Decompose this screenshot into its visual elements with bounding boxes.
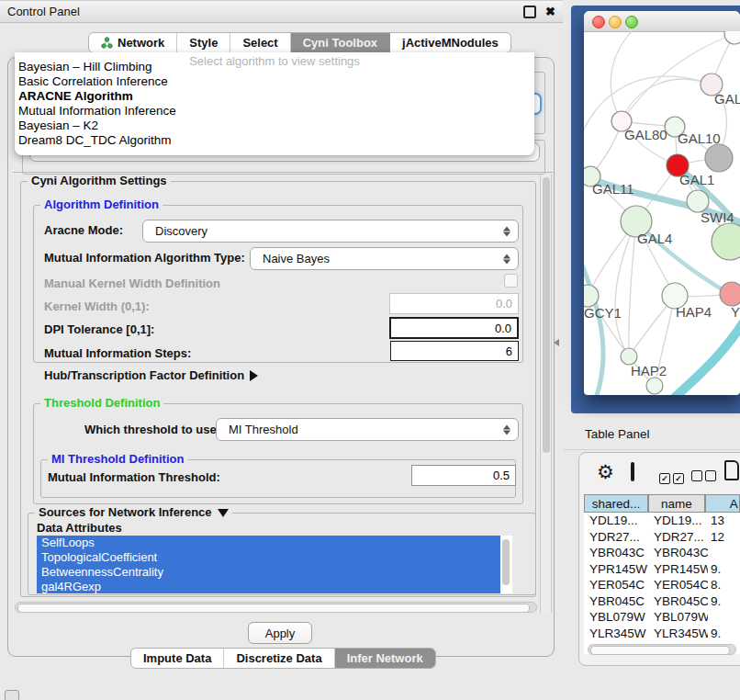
algorithm-option[interactable]: Mutual Information Inference (17, 104, 533, 119)
node-label: HAP4 (676, 304, 712, 320)
apply-button[interactable]: Apply (248, 622, 312, 644)
table-cell: YDR27... (650, 530, 708, 544)
column-header[interactable]: A (705, 494, 740, 513)
attribute-item[interactable]: SelfLoops (37, 536, 500, 550)
mi-steps-value: 6 (506, 344, 512, 358)
network-node[interactable] (705, 144, 733, 172)
sources-toggle[interactable]: Sources for Network Inference (35, 506, 232, 518)
float-window-icon[interactable] (523, 6, 536, 18)
mi-type-combobox[interactable]: Naive Bayes (250, 247, 519, 270)
select-all-icon[interactable]: ✓✓ (659, 469, 684, 485)
attribute-item[interactable]: gal4RGexp (37, 580, 500, 593)
mi-threshold-input[interactable]: 0.5 (411, 465, 516, 486)
network-edge[interactable] (622, 79, 712, 121)
settings-gear-icon[interactable]: ⚙ (597, 462, 614, 481)
table-row[interactable]: YDR27...YDR27...12 (584, 529, 740, 546)
tab-discretize-data[interactable]: Discretize Data (224, 649, 334, 668)
table-row[interactable]: YER054CYER054C8. (584, 577, 740, 593)
network-edge[interactable] (611, 31, 637, 121)
algorithm-option[interactable]: ARACNE Algorithm (17, 89, 533, 104)
manual-kernel-checkbox[interactable] (504, 274, 518, 288)
table-cell: YDL19... (584, 514, 650, 527)
which-threshold-combobox[interactable]: MI Threshold (216, 418, 519, 441)
table-cell: 9. (708, 562, 740, 576)
network-window-titlebar[interactable] (584, 11, 740, 32)
panel-divider-handle[interactable] (554, 339, 559, 346)
algorithm-definition-title: Algorithm Definition (40, 198, 163, 210)
settings-vertical-scrollbar[interactable] (540, 175, 552, 613)
table-horizontal-scrollbar[interactable] (588, 644, 736, 655)
dpi-tolerance-label: DPI Tolerance [0,1]: (44, 323, 154, 336)
tab-label: Infer Network (347, 651, 423, 665)
algorithm-option[interactable]: Bayesian – K2 (17, 119, 533, 133)
deselect-all-icon[interactable] (691, 469, 716, 485)
network-window: GALGAL80GAL10GAL1GAL11SWI4GAL4GCY1HAP4YH… (584, 11, 740, 395)
tab-jactivemnodules[interactable]: jActiveMNodules (390, 33, 510, 52)
table-row[interactable]: YLR345WYLR345W9. (584, 626, 740, 642)
node-label: GCY1 (584, 305, 622, 321)
network-canvas[interactable]: GALGAL80GAL10GAL1GAL11SWI4GAL4GCY1HAP4YH… (584, 31, 740, 395)
network-node[interactable] (724, 31, 740, 44)
tab-style[interactable]: Style (177, 33, 230, 52)
network-icon (101, 37, 113, 49)
tab-select[interactable]: Select (230, 33, 290, 52)
table-row[interactable]: YBR045CYBR045C9. (584, 593, 740, 610)
tab-infer-network[interactable]: Infer Network (335, 649, 435, 668)
algorithm-option[interactable]: Dream8 DC_TDC Algorithm (17, 133, 533, 148)
close-icon[interactable]: ✖ (545, 7, 555, 17)
dpi-tolerance-input[interactable]: 0.0 (389, 317, 519, 339)
table-row[interactable]: YBL079WYBL079W (584, 609, 740, 626)
table-cell: YBR045C (584, 594, 650, 608)
hscroll-thumb[interactable] (17, 604, 530, 613)
stepper-arrows-icon (503, 226, 510, 236)
tab-cyni-toolbox[interactable]: Cyni Toolbox (291, 33, 390, 52)
table-row[interactable]: YBR043CYBR043C (584, 545, 740, 561)
node-label: Y (731, 304, 740, 320)
split-view-icon[interactable] (631, 462, 634, 481)
table-cell: YBL079W (584, 610, 650, 624)
network-edge[interactable] (615, 221, 636, 356)
cyni-bottom-tabs: Impute DataDiscretize DataInfer Network (130, 648, 436, 669)
document-icon[interactable] (724, 460, 739, 480)
mi-steps-label: Mutual Information Steps: (44, 347, 191, 360)
tab-label: Discretize Data (236, 651, 321, 665)
vscroll-thumb[interactable] (543, 177, 550, 453)
kernel-width-input[interactable]: 0.0 (389, 293, 519, 314)
tab-label: Style (189, 36, 218, 50)
tab-network[interactable]: Network (89, 33, 177, 52)
network-edge[interactable] (629, 221, 636, 356)
hub-definition-toggle[interactable]: Hub/Transcription Factor Definition (44, 369, 258, 382)
network-node[interactable] (646, 378, 663, 394)
attribute-item[interactable]: TopologicalCoefficient (37, 550, 500, 565)
zoom-window-icon[interactable] (625, 16, 638, 28)
corner-widget-icon[interactable] (5, 690, 19, 700)
close-window-icon[interactable] (592, 16, 605, 28)
tab-impute-data[interactable]: Impute Data (131, 649, 224, 668)
algorithm-option[interactable]: Bayesian – Hill Climbing (17, 60, 533, 74)
dpi-tolerance-value: 0.0 (495, 322, 511, 335)
aracne-mode-combobox[interactable]: Discovery (142, 220, 519, 243)
node-label: GAL10 (678, 130, 721, 146)
network-node[interactable] (712, 223, 740, 260)
table-row[interactable]: YPR145WYPR145W9. (584, 561, 740, 578)
table-cell: 8. (708, 578, 740, 592)
list-scrollbar-thumb[interactable] (502, 539, 510, 585)
mi-steps-input[interactable]: 6 (390, 341, 519, 361)
table-cell: YPR145W (650, 562, 708, 576)
column-header[interactable]: name (648, 494, 705, 513)
attribute-item[interactable]: BetweennessCentrality (37, 565, 500, 580)
network-node-y[interactable] (720, 282, 740, 306)
hub-definition-label: Hub/Transcription Factor Definition (44, 368, 244, 382)
minimize-window-icon[interactable] (609, 16, 622, 28)
node-label: HAP2 (631, 363, 667, 378)
algorithm-option[interactable]: Basic Correlation Inference (17, 74, 533, 89)
table-hscroll-thumb[interactable] (590, 646, 730, 655)
tab-label: Select (242, 36, 277, 50)
mi-threshold-label: Mutual Information Threshold: (48, 471, 220, 484)
table-cell: YDL19... (650, 514, 708, 527)
column-header[interactable]: shared... (584, 494, 648, 513)
table-cell: YBL079W (650, 610, 708, 624)
table-row[interactable]: YDL19...YDL19...13 (584, 513, 740, 529)
settings-horizontal-scrollbar[interactable] (15, 602, 537, 613)
aracne-mode-label: Aracne Mode: (44, 224, 123, 237)
